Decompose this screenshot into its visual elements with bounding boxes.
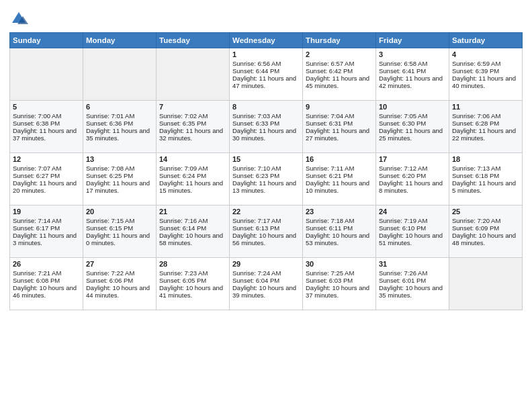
logo-icon bbox=[9, 9, 28, 28]
calendar-cell: 25Sunrise: 7:20 AMSunset: 6:09 PMDayligh… bbox=[449, 205, 523, 258]
day-number: 17 bbox=[379, 155, 446, 163]
cell-text: Sunrise: 7:16 AM bbox=[159, 217, 226, 224]
cell-text: Sunset: 6:39 PM bbox=[452, 67, 519, 75]
cell-text: Sunrise: 7:05 AM bbox=[379, 112, 446, 120]
cell-text: Sunrise: 7:24 AM bbox=[232, 269, 300, 277]
calendar-table: SundayMondayTuesdayWednesdayThursdayFrid… bbox=[9, 32, 523, 310]
cell-text: Daylight: 11 hours and 17 minutes. bbox=[86, 179, 153, 194]
cell-text: Daylight: 11 hours and 13 minutes. bbox=[232, 179, 300, 194]
day-number: 11 bbox=[452, 103, 519, 111]
cell-text: Daylight: 11 hours and 35 minutes. bbox=[86, 127, 153, 142]
calendar-page: SundayMondayTuesdayWednesdayThursdayFrid… bbox=[0, 0, 532, 411]
cell-text: Daylight: 11 hours and 32 minutes. bbox=[159, 127, 226, 142]
logo bbox=[9, 9, 31, 28]
cell-text: Sunrise: 7:25 AM bbox=[306, 269, 373, 277]
cell-text: Sunrise: 7:09 AM bbox=[159, 165, 226, 172]
cell-text: Sunrise: 6:59 AM bbox=[452, 60, 519, 67]
calendar-cell: 19Sunrise: 7:14 AMSunset: 6:17 PMDayligh… bbox=[10, 205, 83, 258]
day-number: 25 bbox=[452, 208, 519, 216]
cell-text: Sunset: 6:10 PM bbox=[379, 224, 446, 232]
cell-text: Sunrise: 6:58 AM bbox=[379, 60, 446, 67]
cell-text: Daylight: 11 hours and 0 minutes. bbox=[86, 232, 153, 246]
cell-text: Sunset: 6:30 PM bbox=[379, 120, 446, 127]
cell-text: Sunset: 6:09 PM bbox=[452, 224, 519, 232]
calendar-cell: 31Sunrise: 7:26 AMSunset: 6:01 PMDayligh… bbox=[376, 258, 449, 310]
cell-text: Daylight: 11 hours and 5 minutes. bbox=[452, 179, 519, 194]
cell-text: Sunset: 6:35 PM bbox=[159, 120, 226, 127]
cell-text: Sunset: 6:04 PM bbox=[232, 277, 300, 284]
calendar-cell bbox=[10, 48, 83, 101]
day-number: 8 bbox=[232, 103, 300, 111]
day-number: 10 bbox=[379, 103, 446, 111]
calendar-cell: 29Sunrise: 7:24 AMSunset: 6:04 PMDayligh… bbox=[230, 258, 303, 310]
calendar-cell: 4Sunrise: 6:59 AMSunset: 6:39 PMDaylight… bbox=[449, 48, 523, 101]
cell-text: Sunset: 6:18 PM bbox=[452, 172, 519, 179]
cell-text: Sunset: 6:31 PM bbox=[306, 120, 373, 127]
cell-text: Sunrise: 7:08 AM bbox=[86, 165, 153, 172]
cell-text: Daylight: 11 hours and 10 minutes. bbox=[306, 179, 373, 194]
day-number: 27 bbox=[86, 260, 153, 268]
cell-text: Sunset: 6:08 PM bbox=[13, 277, 80, 284]
cell-text: Sunset: 6:11 PM bbox=[306, 224, 373, 232]
day-number: 12 bbox=[13, 155, 80, 163]
day-number: 3 bbox=[379, 50, 446, 58]
day-number: 14 bbox=[159, 155, 226, 163]
cell-text: Sunset: 6:03 PM bbox=[306, 277, 373, 284]
week-row-4: 26Sunrise: 7:21 AMSunset: 6:08 PMDayligh… bbox=[10, 258, 523, 310]
cell-text: Sunrise: 7:20 AM bbox=[452, 217, 519, 224]
column-header-monday: Monday bbox=[83, 33, 157, 48]
cell-text: Sunrise: 7:10 AM bbox=[232, 165, 300, 172]
day-number: 15 bbox=[232, 155, 300, 163]
cell-text: Sunrise: 7:23 AM bbox=[159, 269, 226, 277]
day-number: 1 bbox=[232, 50, 300, 58]
day-number: 16 bbox=[306, 155, 373, 163]
calendar-cell: 23Sunrise: 7:18 AMSunset: 6:11 PMDayligh… bbox=[303, 205, 376, 258]
cell-text: Daylight: 10 hours and 48 minutes. bbox=[452, 232, 519, 246]
cell-text: Sunset: 6:28 PM bbox=[452, 120, 519, 127]
calendar-cell: 28Sunrise: 7:23 AMSunset: 6:05 PMDayligh… bbox=[157, 258, 230, 310]
cell-text: Sunset: 6:42 PM bbox=[306, 67, 373, 75]
cell-text: Daylight: 11 hours and 22 minutes. bbox=[452, 127, 519, 142]
cell-text: Sunset: 6:27 PM bbox=[13, 172, 80, 179]
day-number: 9 bbox=[306, 103, 373, 111]
cell-text: Daylight: 11 hours and 47 minutes. bbox=[232, 75, 300, 89]
day-number: 19 bbox=[13, 208, 80, 216]
cell-text: Sunrise: 7:15 AM bbox=[86, 217, 153, 224]
cell-text: Daylight: 11 hours and 45 minutes. bbox=[306, 75, 373, 89]
cell-text: Sunset: 6:38 PM bbox=[13, 120, 80, 127]
cell-text: Sunrise: 7:19 AM bbox=[379, 217, 446, 224]
cell-text: Sunset: 6:21 PM bbox=[306, 172, 373, 179]
cell-text: Daylight: 11 hours and 20 minutes. bbox=[13, 179, 80, 194]
cell-text: Daylight: 11 hours and 27 minutes. bbox=[306, 127, 373, 142]
week-row-0: 1Sunrise: 6:56 AMSunset: 6:44 PMDaylight… bbox=[10, 48, 523, 101]
calendar-cell: 24Sunrise: 7:19 AMSunset: 6:10 PMDayligh… bbox=[376, 205, 449, 258]
cell-text: Sunset: 6:44 PM bbox=[232, 67, 300, 75]
cell-text: Sunrise: 7:11 AM bbox=[306, 165, 373, 172]
cell-text: Sunrise: 7:07 AM bbox=[13, 165, 80, 172]
cell-text: Sunrise: 7:13 AM bbox=[452, 165, 519, 172]
calendar-cell bbox=[157, 48, 230, 101]
cell-text: Daylight: 11 hours and 8 minutes. bbox=[379, 179, 446, 194]
cell-text: Daylight: 10 hours and 56 minutes. bbox=[232, 232, 300, 246]
day-number: 23 bbox=[306, 208, 373, 216]
cell-text: Sunrise: 7:01 AM bbox=[86, 112, 153, 120]
cell-text: Sunset: 6:15 PM bbox=[86, 224, 153, 232]
calendar-cell: 22Sunrise: 7:17 AMSunset: 6:13 PMDayligh… bbox=[230, 205, 303, 258]
cell-text: Daylight: 11 hours and 3 minutes. bbox=[13, 232, 80, 246]
calendar-cell: 26Sunrise: 7:21 AMSunset: 6:08 PMDayligh… bbox=[10, 258, 83, 310]
calendar-cell: 14Sunrise: 7:09 AMSunset: 6:24 PMDayligh… bbox=[157, 153, 230, 205]
cell-text: Sunset: 6:25 PM bbox=[86, 172, 153, 179]
cell-text: Daylight: 11 hours and 42 minutes. bbox=[379, 75, 446, 89]
cell-text: Daylight: 11 hours and 15 minutes. bbox=[159, 179, 226, 194]
calendar-cell: 16Sunrise: 7:11 AMSunset: 6:21 PMDayligh… bbox=[303, 153, 376, 205]
cell-text: Daylight: 10 hours and 46 minutes. bbox=[13, 284, 80, 299]
day-number: 31 bbox=[379, 260, 446, 268]
cell-text: Sunrise: 7:22 AM bbox=[86, 269, 153, 277]
week-row-2: 12Sunrise: 7:07 AMSunset: 6:27 PMDayligh… bbox=[10, 153, 523, 205]
week-row-3: 19Sunrise: 7:14 AMSunset: 6:17 PMDayligh… bbox=[10, 205, 523, 258]
day-number: 5 bbox=[13, 103, 80, 111]
column-header-sunday: Sunday bbox=[10, 33, 83, 48]
cell-text: Daylight: 10 hours and 35 minutes. bbox=[379, 284, 446, 299]
calendar-cell: 27Sunrise: 7:22 AMSunset: 6:06 PMDayligh… bbox=[83, 258, 157, 310]
day-number: 26 bbox=[13, 260, 80, 268]
